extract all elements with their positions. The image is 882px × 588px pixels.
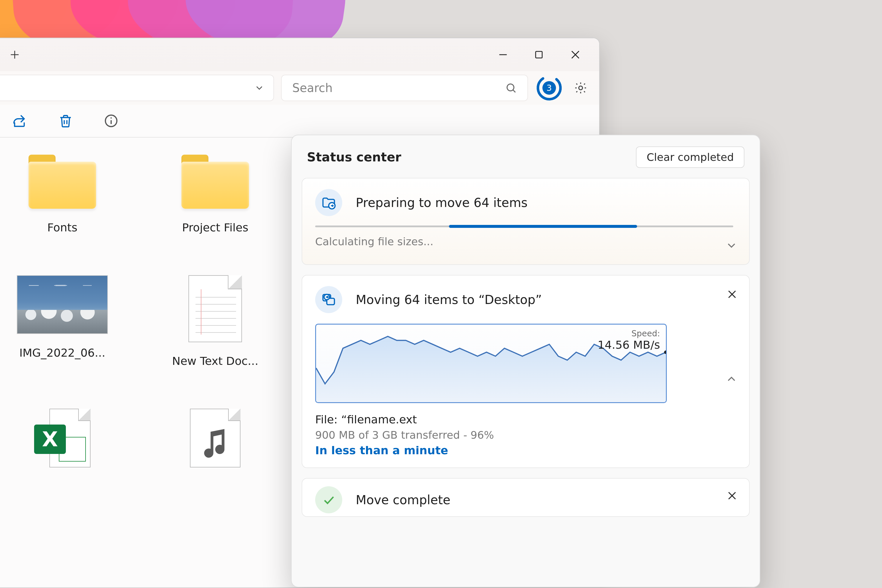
status-card-subtext: Calculating file sizes...: [315, 236, 733, 248]
progress-bar: [315, 225, 733, 227]
collapse-chevron-up-icon[interactable]: [725, 372, 738, 386]
delete-icon[interactable]: [58, 113, 74, 129]
file-item-folder[interactable]: Fonts: [6, 154, 118, 234]
search-input[interactable]: Search: [281, 75, 528, 101]
svg-line-7: [513, 90, 515, 92]
settings-button[interactable]: [570, 78, 591, 98]
new-tab-button[interactable]: [9, 49, 21, 61]
status-center-title: Status center: [307, 150, 401, 164]
image-thumbnail: [17, 275, 108, 334]
file-line: File: “filename.ext: [315, 413, 733, 426]
close-button[interactable]: [569, 48, 582, 61]
file-label: Project Files: [159, 221, 271, 234]
close-icon[interactable]: [726, 288, 738, 300]
move-to-icon: [315, 286, 342, 313]
folder-icon: [28, 154, 96, 209]
file-item-excel[interactable]: X: [6, 409, 118, 480]
speed-label: Speed:: [598, 329, 660, 338]
titlebar: [0, 38, 599, 71]
file-label: New Text Doc...: [159, 355, 271, 368]
transfer-speed-chart: Speed: 14.56 MB/s: [315, 324, 667, 403]
file-item-image[interactable]: IMG_2022_06...: [6, 275, 118, 368]
status-badge-count: 3: [546, 83, 552, 93]
text-file-icon: [189, 275, 242, 342]
file-item-text[interactable]: New Text Doc...: [159, 275, 271, 368]
search-icon: [505, 82, 517, 94]
folder-icon: [182, 154, 249, 209]
close-icon[interactable]: [726, 490, 738, 502]
file-grid: Fonts Project Files IMG_2022_06... New T…: [0, 138, 280, 480]
toolbar: [0, 105, 599, 138]
speed-value: 14.56 MB/s: [598, 338, 660, 351]
audio-file-icon: [190, 409, 240, 468]
address-history-chevron-icon[interactable]: [254, 82, 265, 93]
info-icon[interactable]: [104, 113, 119, 129]
share-icon[interactable]: [11, 112, 28, 129]
transferred-line: 900 MB of 3 GB transferred - 96%: [315, 429, 733, 441]
status-center-button[interactable]: 3: [535, 74, 563, 102]
address-bar[interactable]: [0, 75, 274, 101]
search-placeholder: Search: [292, 81, 505, 94]
nav-row: Search 3: [0, 71, 599, 105]
svg-point-15: [111, 117, 112, 118]
status-card-complete: Move complete: [302, 478, 750, 517]
file-label: Fonts: [6, 221, 118, 234]
status-card-moving: Moving 64 items to “Desktop” Speed: 14.5…: [302, 275, 750, 468]
status-card-title: Moving 64 items to “Desktop”: [356, 292, 542, 307]
clear-completed-button[interactable]: Clear completed: [636, 146, 744, 168]
status-center-popover: Status center Clear completed Preparing …: [291, 135, 760, 587]
status-card-title: Move complete: [356, 493, 450, 507]
eta-line: In less than a minute: [315, 444, 733, 457]
file-item-audio[interactable]: [159, 409, 271, 480]
expand-chevron-down-icon[interactable]: [725, 239, 738, 252]
file-label: IMG_2022_06...: [6, 346, 118, 359]
svg-point-10: [579, 86, 583, 90]
check-icon: [315, 486, 342, 513]
maximize-button[interactable]: [533, 48, 544, 61]
minimize-button[interactable]: [498, 48, 508, 61]
file-item-folder[interactable]: Project Files: [159, 154, 271, 234]
status-card-title: Preparing to move 64 items: [356, 195, 527, 210]
svg-point-6: [507, 84, 514, 91]
folder-move-icon: [315, 189, 342, 216]
excel-file-icon: X: [34, 409, 90, 468]
svg-rect-3: [536, 51, 542, 58]
status-card-preparing: Preparing to move 64 items Calculating f…: [302, 178, 750, 265]
